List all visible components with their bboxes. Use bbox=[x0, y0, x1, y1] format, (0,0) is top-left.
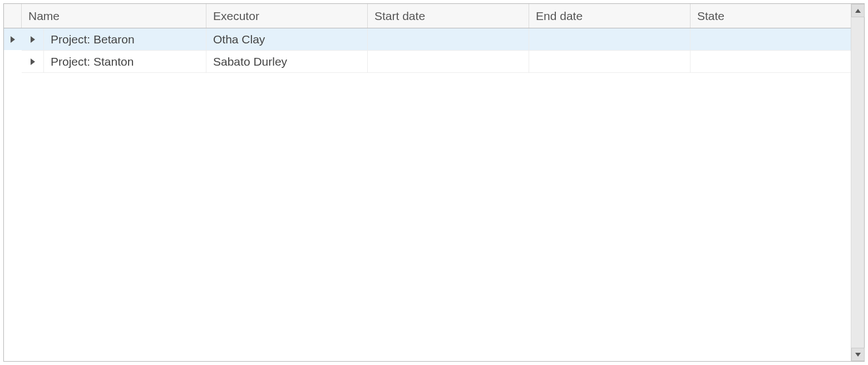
cell-executor[interactable]: Otha Clay bbox=[206, 28, 368, 51]
cell-end-date[interactable] bbox=[529, 28, 691, 51]
cell-executor[interactable]: Sabato Durley bbox=[206, 51, 368, 73]
cell-name[interactable]: Project: Betaron bbox=[44, 28, 206, 51]
row-indicator bbox=[4, 28, 22, 51]
expand-toggle[interactable] bbox=[22, 28, 44, 51]
vertical-scrollbar[interactable] bbox=[851, 4, 864, 361]
expand-toggle[interactable] bbox=[22, 51, 44, 73]
header-executor[interactable]: Executor bbox=[206, 4, 368, 28]
header-state[interactable]: State bbox=[691, 4, 851, 28]
scroll-down-button[interactable] bbox=[851, 348, 865, 361]
cell-state[interactable] bbox=[691, 51, 851, 73]
header-start-date[interactable]: Start date bbox=[368, 4, 529, 28]
header-end-date[interactable]: End date bbox=[529, 4, 691, 28]
cell-start-date[interactable] bbox=[368, 51, 529, 73]
table-row[interactable]: Project: Betaron Otha Clay bbox=[4, 28, 851, 51]
scroll-up-button[interactable] bbox=[851, 4, 865, 17]
header-name[interactable]: Name bbox=[22, 4, 206, 28]
current-row-icon bbox=[11, 36, 15, 43]
grid-main: Name Executor Start date End date State … bbox=[4, 4, 851, 361]
tree-grid: Name Executor Start date End date State … bbox=[3, 3, 865, 362]
arrow-up-icon bbox=[855, 9, 861, 13]
cell-end-date[interactable] bbox=[529, 51, 691, 73]
arrow-down-icon bbox=[855, 353, 861, 357]
row-indicator bbox=[4, 51, 22, 73]
grid-header: Name Executor Start date End date State bbox=[4, 4, 851, 28]
grid-body: Project: Betaron Otha Clay Project: Stan… bbox=[4, 28, 851, 361]
chevron-right-icon bbox=[31, 36, 35, 43]
header-indicator[interactable] bbox=[4, 4, 22, 28]
cell-state[interactable] bbox=[691, 28, 851, 51]
chevron-right-icon bbox=[31, 58, 35, 65]
cell-start-date[interactable] bbox=[368, 28, 529, 51]
cell-name[interactable]: Project: Stanton bbox=[44, 51, 206, 73]
table-row[interactable]: Project: Stanton Sabato Durley bbox=[4, 51, 851, 73]
